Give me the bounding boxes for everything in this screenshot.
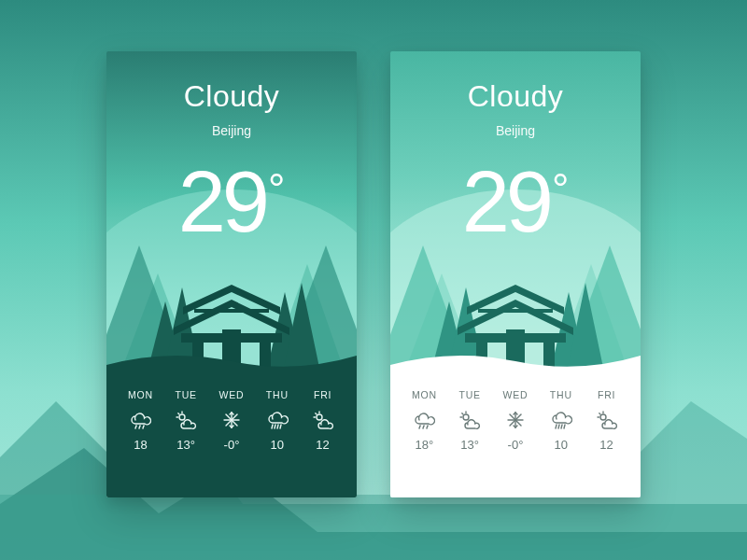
day-temp: -0° <box>209 438 255 452</box>
day-temp: 13° <box>447 438 493 452</box>
svg-rect-18 <box>194 309 269 313</box>
partly-cloudy-icon <box>175 410 197 430</box>
svg-line-21 <box>143 426 144 428</box>
wave-divider <box>390 348 641 374</box>
forecast-day[interactable]: WED -0° <box>209 389 255 452</box>
day-temp: 18° <box>402 438 447 452</box>
rain-icon <box>129 410 151 430</box>
degree-symbol: ° <box>268 164 285 215</box>
location-label: Beijing <box>106 123 357 138</box>
heavy-rain-icon <box>266 410 289 430</box>
day-label: TUE <box>163 389 209 400</box>
temperature-value: 29 <box>178 159 266 245</box>
day-temp: 12 <box>584 438 629 452</box>
svg-line-60 <box>427 426 428 428</box>
hero-area: Cloudy Beijing 29 ° <box>390 51 641 245</box>
forecast-day[interactable]: THU 10 <box>538 389 584 452</box>
day-temp: 12 <box>300 438 345 452</box>
hero-area: Cloudy Beijing 29 ° <box>106 51 357 245</box>
svg-point-77 <box>600 414 606 420</box>
svg-marker-17 <box>183 285 280 315</box>
temperature-display: 29 ° <box>178 159 286 245</box>
forecast-row: MON 18 TUE 13° WED -0° THU 10 <box>106 371 357 452</box>
svg-line-35 <box>275 425 275 428</box>
svg-marker-56 <box>467 285 564 315</box>
location-label: Beijing <box>390 123 641 138</box>
svg-line-34 <box>272 425 273 428</box>
degree-symbol: ° <box>552 164 569 215</box>
rain-icon <box>413 410 435 430</box>
day-temp: 10 <box>538 438 584 452</box>
svg-point-22 <box>179 414 185 420</box>
temperature-display: 29 ° <box>462 159 570 245</box>
forecast-day[interactable]: TUE 13° <box>163 389 209 452</box>
day-temp: 18 <box>118 438 163 452</box>
svg-line-73 <box>556 425 557 428</box>
day-label: THU <box>254 389 300 400</box>
snow-icon <box>504 410 527 430</box>
temperature-value: 29 <box>462 159 550 245</box>
day-label: WED <box>209 389 255 400</box>
forecast-pane: MON 18° TUE 13° WED -0° THU 10 <box>390 371 641 497</box>
partly-cloudy-icon <box>312 410 334 430</box>
wave-divider <box>106 348 357 374</box>
forecast-pane: MON 18 TUE 13° WED -0° THU 10 <box>106 371 357 497</box>
day-label: THU <box>538 389 584 400</box>
day-label: WED <box>493 389 539 400</box>
partly-cloudy-icon <box>596 410 618 430</box>
day-temp: 10 <box>254 438 300 452</box>
svg-marker-16 <box>174 300 289 335</box>
svg-line-80 <box>599 413 599 414</box>
svg-rect-57 <box>478 309 553 313</box>
day-temp: 13° <box>163 438 209 452</box>
svg-line-74 <box>558 425 559 428</box>
partly-cloudy-icon <box>458 410 481 430</box>
forecast-day[interactable]: THU 10 <box>254 389 300 452</box>
svg-line-59 <box>423 426 424 428</box>
svg-rect-15 <box>181 333 282 343</box>
day-label: TUE <box>447 389 493 400</box>
svg-rect-54 <box>465 333 566 343</box>
svg-line-36 <box>277 425 278 428</box>
weather-card-light: Cloudy Beijing 29 ° <box>390 51 641 497</box>
forecast-day[interactable]: FRI 12 <box>300 389 345 452</box>
svg-line-20 <box>139 426 140 428</box>
svg-line-19 <box>135 426 136 428</box>
heavy-rain-icon <box>550 410 572 430</box>
forecast-day[interactable]: FRI 12 <box>584 389 629 452</box>
svg-point-38 <box>317 414 322 420</box>
snow-icon <box>220 410 243 430</box>
forecast-day[interactable]: MON 18° <box>402 389 447 452</box>
day-label: FRI <box>300 389 345 400</box>
forecast-row: MON 18° TUE 13° WED -0° THU 10 <box>390 371 641 452</box>
svg-line-75 <box>561 425 562 428</box>
svg-line-64 <box>462 413 463 414</box>
svg-line-37 <box>280 425 281 428</box>
svg-line-41 <box>315 413 316 414</box>
svg-line-76 <box>564 425 565 428</box>
svg-line-25 <box>178 413 179 414</box>
weather-card-dark: Cloudy Beijing 29 ° <box>106 51 357 497</box>
day-label: MON <box>118 389 163 400</box>
forecast-day[interactable]: TUE 13° <box>447 389 493 452</box>
day-label: MON <box>402 389 447 400</box>
svg-point-61 <box>463 414 469 420</box>
day-label: FRI <box>584 389 629 400</box>
forecast-day[interactable]: MON 18 <box>118 389 163 452</box>
day-temp: -0° <box>493 438 539 452</box>
svg-marker-55 <box>458 300 573 335</box>
weather-condition: Cloudy <box>106 79 357 114</box>
svg-line-58 <box>419 426 420 428</box>
forecast-day[interactable]: WED -0° <box>493 389 539 452</box>
weather-condition: Cloudy <box>390 79 641 114</box>
